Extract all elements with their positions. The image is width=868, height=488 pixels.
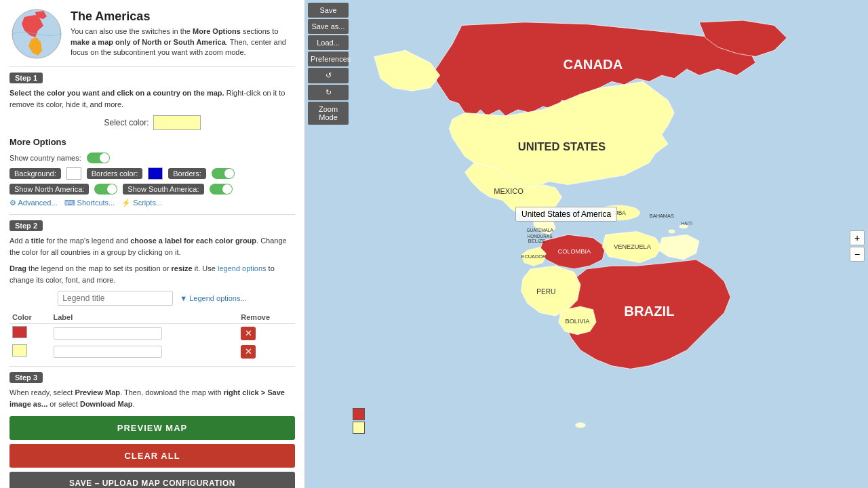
legend-title-row: ▼ Legend options... (9, 291, 295, 306)
zoom-mode-button[interactable]: Zoom Mode (308, 102, 349, 125)
cuba-label: CUBA (610, 209, 626, 216)
borders-color-swatch[interactable] (148, 167, 163, 180)
color-row-swatch[interactable] (12, 326, 27, 338)
step1-badge: Step 1 (9, 73, 43, 83)
venezuela-label: VENEZUELA (614, 243, 652, 250)
zoom-in-button[interactable]: + (850, 230, 865, 245)
advanced-link[interactable]: ⚙ Advanced... (9, 199, 58, 207)
step1-desc: Select the color you want and click on a… (9, 87, 295, 110)
more-options-section: More Options Show country names: Backgro… (9, 137, 295, 207)
peru-label: PERU (536, 288, 555, 296)
canada-label: CANADA (564, 57, 623, 72)
map-sidebar: Save Save as... Load... Preferences ↺ ↻ … (305, 0, 351, 127)
col-header-color: Color (9, 311, 51, 324)
col-header-label: Label (51, 311, 239, 324)
redo-button[interactable]: ↻ (308, 85, 349, 100)
legend-item-red (353, 408, 365, 420)
header-description: You can also use the switches in the Mor… (71, 26, 295, 58)
brazil-label: BRAZIL (624, 304, 674, 319)
color-picker[interactable] (153, 115, 201, 130)
background-row: Background: Borders color: Borders: (9, 167, 295, 180)
colombia-label: COLOMBIA (558, 248, 591, 255)
map-legend (353, 408, 365, 434)
step2-badge: Step 2 (9, 220, 43, 231)
show-south-america-btn[interactable]: Show South America: (123, 184, 203, 195)
mexico-label: MEXICO (494, 187, 524, 195)
svg-point-7 (576, 423, 586, 428)
show-country-names-toggle[interactable] (87, 152, 110, 163)
borders-color-btn[interactable]: Borders color: (87, 168, 142, 179)
americas-map-svg[interactable]: CANADA UNITED STATES MEXICO CUBA COLOMBI… (349, 0, 868, 488)
color-row-remove-button[interactable]: ✕ (241, 345, 256, 359)
scripts-link[interactable]: ⚡ Scripts... (121, 199, 162, 207)
globe-icon (9, 7, 64, 61)
north-america-toggle[interactable] (94, 184, 117, 195)
save-as-map-button[interactable]: Save as... (308, 19, 349, 34)
preferences-button[interactable]: Preferences (308, 52, 349, 66)
shortcuts-link[interactable]: ⌨ Shortcuts... (64, 199, 115, 207)
step3-badge: Step 3 (9, 372, 43, 383)
americas-row: Show North America: Show South America: (9, 184, 295, 195)
legend-options-link[interactable]: ▼ Legend options... (180, 294, 246, 302)
preview-map-button[interactable]: PREVIEW MAP (9, 416, 295, 440)
show-country-names-label: Show country names: (9, 154, 81, 162)
save-upload-button[interactable]: SAVE – UPLOAD MAP CONFIGURATION (9, 472, 295, 488)
bolivia-label: BOLIVIA (566, 318, 591, 325)
step2-desc: Add a title for the map's legend and cho… (9, 235, 295, 258)
select-color-row: Select color: (9, 115, 295, 130)
color-table-row: ✕ (9, 342, 295, 361)
south-america-toggle[interactable] (210, 184, 233, 195)
background-color-swatch[interactable] (66, 167, 81, 180)
more-options-title: More Options (9, 137, 295, 147)
legend-item-yellow (353, 422, 365, 434)
load-map-button[interactable]: Load... (308, 35, 349, 50)
left-panel: The Americas You can also use the switch… (0, 0, 305, 488)
color-row-swatch[interactable] (12, 344, 27, 357)
ecuador-label: ECUADOR (521, 253, 546, 260)
page-title: The Americas (71, 9, 295, 24)
color-row-label-input[interactable] (54, 346, 162, 358)
clear-all-button[interactable]: CLEAR ALL (9, 444, 295, 468)
bahamas-label: BAHAMAS (650, 213, 674, 219)
color-row-label-input[interactable] (54, 327, 162, 340)
background-btn[interactable]: Background: (9, 168, 61, 179)
header-text: The Americas You can also use the switch… (71, 9, 295, 58)
belize-label: BELIZE (528, 238, 545, 244)
show-country-names-row: Show country names: (9, 152, 295, 163)
step2-drag-desc: Drag the legend on the map to set its po… (9, 263, 295, 285)
header-row: The Americas You can also use the switch… (9, 7, 295, 61)
select-color-label: Select color: (104, 118, 149, 127)
step1-section: Step 1 Select the color you want and cli… (9, 73, 295, 130)
step2-section: Step 2 Add a title for the map's legend … (9, 220, 295, 361)
step3-desc: When ready, select Preview Map. Then, do… (9, 387, 295, 409)
svg-point-6 (679, 224, 688, 228)
borders-toggle[interactable] (212, 168, 235, 179)
links-row: ⚙ Advanced... ⌨ Shortcuts... ⚡ Scripts..… (9, 199, 295, 207)
honduras-label: HONDURAS (528, 234, 553, 239)
svg-point-5 (669, 230, 675, 234)
col-header-remove: Remove (238, 311, 295, 324)
zoom-controls: + − (850, 230, 865, 262)
color-row-remove-button[interactable]: ✕ (241, 327, 256, 340)
legend-title-input[interactable] (58, 291, 173, 306)
show-north-america-btn[interactable]: Show North America: (9, 184, 89, 195)
usa-label: UNITED STATES (518, 140, 606, 153)
save-map-button[interactable]: Save (308, 3, 349, 18)
color-table-row: ✕ (9, 324, 295, 343)
step3-section: Step 3 When ready, select Preview Map. T… (9, 372, 295, 488)
map-panel: Save Save as... Load... Preferences ↺ ↻ … (305, 0, 868, 488)
color-table: Color Label Remove ✕✕ (9, 311, 295, 361)
guatemala-label: GUATEMALA (526, 228, 553, 232)
zoom-out-button[interactable]: − (850, 247, 865, 262)
undo-button[interactable]: ↺ (308, 68, 349, 83)
borders-btn[interactable]: Borders: (168, 168, 206, 179)
legend-options-inline-link[interactable]: legend options (218, 264, 267, 272)
